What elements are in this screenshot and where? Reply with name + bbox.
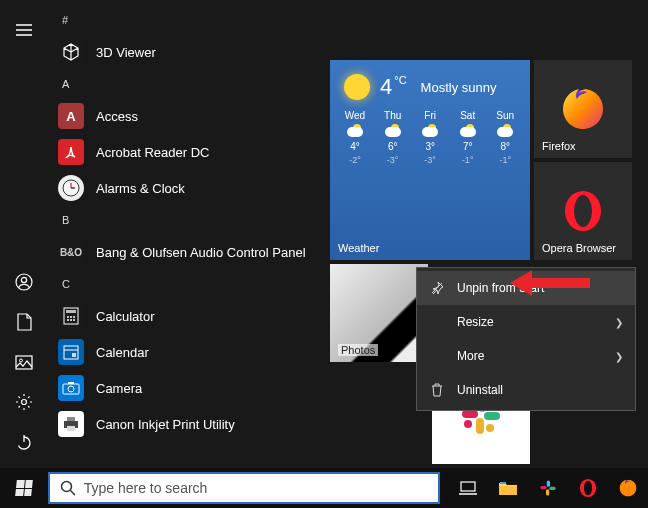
photos-tile[interactable]: Photos	[330, 264, 428, 362]
ctx-resize[interactable]: Resize ❯	[417, 305, 635, 339]
app-label: Acrobat Reader DC	[96, 145, 209, 160]
ctx-uninstall[interactable]: Uninstall	[417, 373, 635, 407]
svg-point-22	[68, 386, 74, 392]
task-view-icon	[459, 481, 477, 495]
svg-point-4	[22, 400, 27, 405]
search-icon	[60, 480, 76, 496]
cloud-sun-icon	[458, 124, 478, 138]
chevron-right-icon: ❯	[615, 317, 623, 328]
app-item-access[interactable]: A Access	[48, 98, 326, 134]
cloud-sun-icon	[420, 124, 440, 138]
app-item-acrobat[interactable]: Acrobat Reader DC	[48, 134, 326, 170]
taskbar-opera[interactable]	[568, 468, 608, 508]
settings-button[interactable]	[0, 382, 48, 422]
svg-rect-48	[540, 486, 546, 489]
clock-icon	[58, 175, 84, 201]
power-button[interactable]	[0, 422, 48, 462]
weather-current: 4°C Mostly sunny	[330, 60, 530, 108]
svg-rect-18	[64, 346, 78, 359]
chevron-right-icon: ❯	[615, 351, 623, 362]
app-item-bang-olufsen[interactable]: B&O Bang & Olufsen Audio Control Panel	[48, 234, 326, 270]
group-letter[interactable]: B	[48, 206, 326, 234]
windows-logo-icon	[15, 480, 33, 496]
svg-rect-20	[72, 353, 76, 357]
annotation-arrow	[530, 278, 590, 288]
app-item-calculator[interactable]: Calculator	[48, 298, 326, 334]
search-placeholder: Type here to search	[84, 480, 208, 496]
cube-icon	[58, 39, 84, 65]
left-rail	[0, 0, 48, 468]
firefox-icon	[559, 85, 607, 133]
ctx-label: More	[457, 349, 484, 363]
ctx-more[interactable]: More ❯	[417, 339, 635, 373]
hamburger-button[interactable]	[0, 10, 48, 50]
trash-icon	[429, 383, 445, 397]
unpin-icon	[429, 281, 445, 295]
svg-line-40	[70, 491, 75, 496]
taskbar-file-explorer[interactable]	[488, 468, 528, 508]
app-item-3d-viewer[interactable]: 3D Viewer	[48, 34, 326, 70]
app-item-camera[interactable]: Camera	[48, 370, 326, 406]
ctx-label: Resize	[457, 315, 494, 329]
ctx-label: Uninstall	[457, 383, 503, 397]
access-icon: A	[58, 103, 84, 129]
app-label: Calculator	[96, 309, 155, 324]
svg-rect-32	[476, 418, 484, 434]
svg-rect-25	[67, 417, 75, 421]
app-label: Alarms & Clock	[96, 181, 185, 196]
slack-icon	[538, 478, 558, 498]
start-button[interactable]	[0, 468, 48, 508]
svg-point-12	[67, 316, 69, 318]
taskbar-search[interactable]: Type here to search	[48, 472, 440, 504]
sun-icon	[344, 74, 370, 100]
svg-rect-23	[68, 382, 74, 384]
taskbar-firefox[interactable]	[608, 468, 648, 508]
svg-point-15	[67, 319, 69, 321]
opera-icon	[561, 189, 605, 233]
group-letter[interactable]: A	[48, 70, 326, 98]
svg-point-13	[70, 316, 72, 318]
firefox-tile[interactable]: Firefox	[534, 60, 632, 158]
acrobat-icon	[58, 139, 84, 165]
svg-point-50	[584, 481, 592, 496]
app-item-canon[interactable]: Canon Inkjet Print Utility	[48, 406, 326, 442]
taskbar: Type here to search	[0, 468, 648, 508]
taskbar-slack[interactable]	[528, 468, 568, 508]
group-letter[interactable]: #	[48, 6, 326, 34]
app-item-alarms[interactable]: Alarms & Clock	[48, 170, 326, 206]
svg-rect-2	[16, 356, 32, 369]
svg-point-14	[73, 316, 75, 318]
svg-rect-33	[462, 410, 478, 418]
pictures-button[interactable]	[0, 342, 48, 382]
camera-icon	[58, 375, 84, 401]
firefox-icon	[618, 478, 638, 498]
calendar-icon	[58, 339, 84, 365]
svg-point-36	[486, 424, 494, 432]
svg-rect-11	[66, 310, 76, 313]
tile-label: Weather	[338, 242, 379, 254]
folder-icon	[498, 480, 518, 496]
app-item-calendar[interactable]: Calendar	[48, 334, 326, 370]
user-account-button[interactable]	[0, 262, 48, 302]
weather-unit: °C	[394, 74, 406, 86]
app-label: Access	[96, 109, 138, 124]
weather-tile[interactable]: 4°C Mostly sunny Wed4°-2° Thu6°-3° Fri3°…	[330, 60, 530, 260]
tile-label: Opera Browser	[542, 242, 616, 254]
weather-condition: Mostly sunny	[421, 80, 497, 95]
svg-point-39	[61, 482, 71, 492]
cloud-sun-icon	[383, 124, 403, 138]
documents-button[interactable]	[0, 302, 48, 342]
group-letter[interactable]: C	[48, 270, 326, 298]
svg-rect-43	[499, 486, 517, 495]
app-label: Camera	[96, 381, 142, 396]
svg-rect-47	[546, 489, 549, 495]
taskbar-task-view[interactable]	[448, 468, 488, 508]
opera-tile[interactable]: Opera Browser	[534, 162, 632, 260]
cloud-sun-icon	[345, 124, 365, 138]
tile-label: Photos	[338, 344, 378, 356]
svg-point-1	[21, 277, 26, 282]
svg-point-17	[73, 319, 75, 321]
svg-rect-41	[461, 482, 475, 491]
weather-forecast: Wed4°-2° Thu6°-3° Fri3°-3° Sat7°-1° Sun8…	[330, 108, 530, 165]
start-menu: # 3D Viewer A A Access Acrobat Reader DC…	[0, 0, 648, 468]
